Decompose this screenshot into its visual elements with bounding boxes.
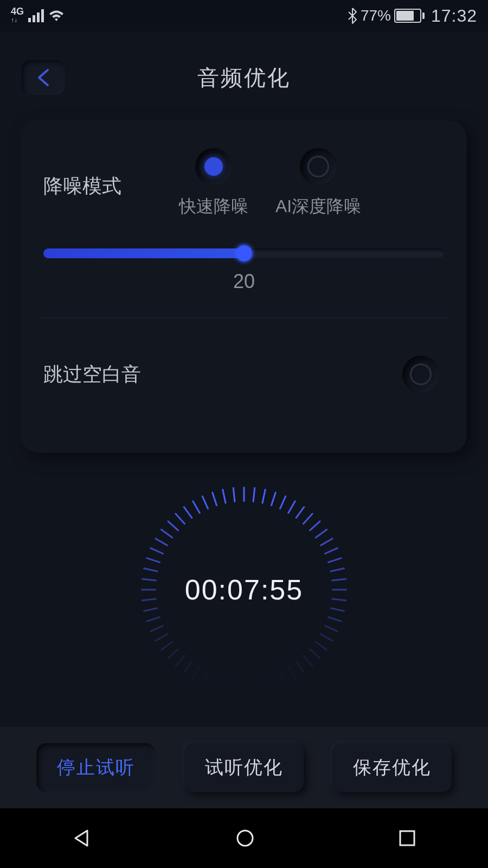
noise-mode-label: 降噪模式 xyxy=(43,168,179,200)
svg-rect-1 xyxy=(400,831,414,845)
bluetooth-icon xyxy=(348,8,357,24)
network-type-label: 4G↑↓ xyxy=(11,7,24,24)
timer-dial: 00:07:55 xyxy=(141,487,347,693)
chevron-left-icon xyxy=(36,68,51,87)
back-button[interactable] xyxy=(22,60,65,95)
android-navbar xyxy=(0,808,488,868)
noise-mode-ai-label: AI深度降噪 xyxy=(275,195,361,219)
skip-silence-label: 跳过空白音 xyxy=(43,361,141,388)
nav-back-button[interactable] xyxy=(71,827,93,849)
svg-point-0 xyxy=(237,831,253,846)
settings-card: 降噪模式 快速降噪 AI深度降噪 20 跳过空白音 xyxy=(22,121,466,452)
save-optimize-button[interactable]: 保存优化 xyxy=(332,743,452,792)
stop-preview-button[interactable]: 停止试听 xyxy=(36,743,156,792)
noise-slider-value: 20 xyxy=(43,270,445,293)
radio-selected-icon xyxy=(195,148,232,185)
signal-icon xyxy=(28,9,44,22)
noise-slider[interactable] xyxy=(43,248,445,258)
status-bar: 4G↑↓ 77% 17:32 xyxy=(0,0,488,31)
preview-optimize-button[interactable]: 试听优化 xyxy=(184,743,304,792)
page-title: 音频优化 xyxy=(0,63,488,93)
bottom-toolbar: 停止试听 试听优化 保存优化 xyxy=(0,727,488,808)
nav-recent-button[interactable] xyxy=(397,828,417,848)
noise-mode-fast[interactable]: 快速降噪 xyxy=(179,148,248,219)
noise-mode-ai[interactable]: AI深度降噪 xyxy=(275,148,361,219)
noise-mode-fast-label: 快速降噪 xyxy=(179,195,248,219)
clock-label: 17:32 xyxy=(431,6,477,26)
skip-silence-toggle[interactable] xyxy=(402,356,439,393)
radio-unselected-icon xyxy=(300,148,337,185)
nav-home-button[interactable] xyxy=(234,827,256,849)
wifi-icon xyxy=(48,9,65,22)
battery-percent-label: 77% xyxy=(361,7,391,24)
battery-icon xyxy=(394,9,425,23)
